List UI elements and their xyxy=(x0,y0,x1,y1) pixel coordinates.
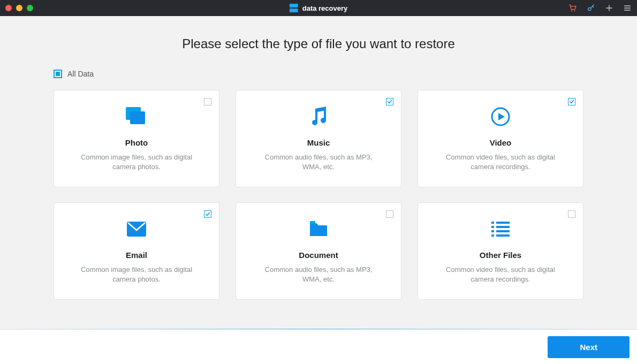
page-title: Please select the type of file you want … xyxy=(182,36,455,51)
card-checkbox-other[interactable] xyxy=(568,210,575,218)
window-close-button[interactable] xyxy=(5,5,12,11)
card-desc: Common audio files, such as MP3, WMA, et… xyxy=(246,265,391,284)
card-desc: Common video files, such as digital came… xyxy=(428,265,573,284)
card-desc: Common image files, such as digital came… xyxy=(64,265,209,284)
titlebar-actions xyxy=(568,4,632,12)
app-logo-icon xyxy=(290,4,298,12)
svg-rect-17 xyxy=(491,226,494,228)
all-data-checkbox[interactable] xyxy=(54,70,62,78)
card-desc: Common audio files, such as MP3, WMA, et… xyxy=(246,153,391,172)
plus-icon[interactable] xyxy=(605,4,613,12)
photo-icon xyxy=(126,103,147,131)
key-icon[interactable] xyxy=(587,4,595,12)
svg-rect-21 xyxy=(491,234,494,237)
video-icon xyxy=(490,103,511,131)
card-title: Document xyxy=(299,251,338,260)
main-content: Please select the type of file you want … xyxy=(0,16,637,329)
cart-icon[interactable] xyxy=(568,4,577,12)
titlebar: data recovery xyxy=(0,0,637,16)
window-maximize-button[interactable] xyxy=(27,5,33,11)
card-document[interactable]: Document Common audio files, such as MP3… xyxy=(236,202,401,300)
svg-rect-11 xyxy=(130,111,145,124)
svg-rect-1 xyxy=(290,9,298,12)
email-icon xyxy=(127,216,146,243)
footer-bar: Next xyxy=(0,329,637,364)
card-music[interactable]: Music Common audio files, such as MP3, W… xyxy=(236,90,401,187)
document-icon xyxy=(309,216,328,243)
list-icon xyxy=(491,216,510,243)
svg-rect-19 xyxy=(491,230,494,232)
card-desc: Common image files, such as digital came… xyxy=(64,153,209,172)
card-title: Other Files xyxy=(480,251,521,260)
card-other[interactable]: Other Files Common video files, such as … xyxy=(418,202,583,300)
svg-rect-15 xyxy=(491,222,494,224)
app-name-label: data recovery xyxy=(302,4,348,12)
svg-rect-22 xyxy=(496,234,510,237)
all-data-row[interactable]: All Data xyxy=(54,70,583,78)
card-video[interactable]: Video Common video files, such as digita… xyxy=(418,90,583,187)
svg-rect-18 xyxy=(496,226,510,228)
card-checkbox-music[interactable] xyxy=(386,98,393,105)
svg-rect-16 xyxy=(496,222,510,224)
svg-point-3 xyxy=(574,10,575,11)
svg-rect-14 xyxy=(310,221,315,224)
card-title: Email xyxy=(126,251,147,260)
card-title: Video xyxy=(490,138,512,147)
card-photo[interactable]: Photo Common image files, such as digita… xyxy=(54,90,219,187)
app-title: data recovery xyxy=(290,4,348,12)
next-button[interactable]: Next xyxy=(548,336,630,358)
svg-rect-20 xyxy=(496,230,510,232)
card-title: Music xyxy=(307,138,330,147)
card-checkbox-video[interactable] xyxy=(568,98,575,105)
window-controls xyxy=(5,5,33,11)
menu-icon[interactable] xyxy=(623,4,632,12)
file-type-grid: Photo Common image files, such as digita… xyxy=(54,90,583,300)
card-checkbox-document[interactable] xyxy=(386,210,393,218)
all-data-label: All Data xyxy=(67,70,94,78)
music-icon xyxy=(309,103,328,131)
card-email[interactable]: Email Common image files, such as digita… xyxy=(54,202,219,300)
svg-rect-0 xyxy=(290,4,298,7)
card-desc: Common video files, such as digital came… xyxy=(428,153,573,172)
card-checkbox-email[interactable] xyxy=(204,210,211,218)
card-title: Photo xyxy=(125,138,148,147)
card-checkbox-photo[interactable] xyxy=(204,98,211,105)
svg-point-2 xyxy=(571,10,572,11)
window-minimize-button[interactable] xyxy=(16,5,22,11)
